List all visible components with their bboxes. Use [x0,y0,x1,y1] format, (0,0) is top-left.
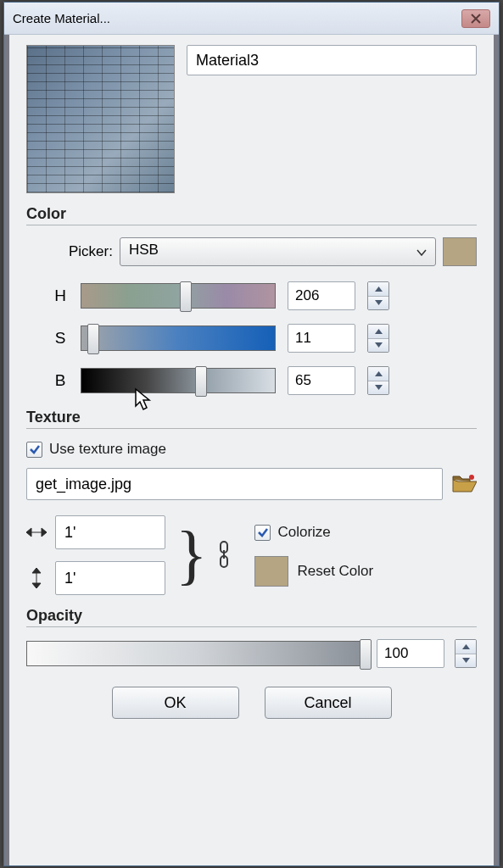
ok-button[interactable]: OK [112,687,239,719]
vertical-arrow-icon [26,568,47,588]
spin-down[interactable] [368,339,388,353]
svg-point-0 [469,475,474,480]
titlebar[interactable]: Create Material... [4,3,499,35]
brace-icon: } [176,532,207,579]
saturation-input[interactable] [288,324,355,353]
check-icon [29,443,41,455]
texture-width-input[interactable] [55,515,165,549]
texture-file-input[interactable] [26,468,443,500]
color-heading: Color [26,205,477,223]
slider-thumb[interactable] [180,281,192,312]
hue-spinner[interactable] [367,281,389,310]
cancel-button[interactable]: Cancel [265,687,392,719]
brightness-spinner[interactable] [367,366,389,395]
hue-input[interactable] [288,281,355,310]
spin-down[interactable] [368,381,388,395]
use-texture-checkbox[interactable] [26,442,42,458]
slider-thumb[interactable] [360,639,372,670]
divider [26,428,477,429]
color-swatch[interactable] [443,237,477,266]
picker-select[interactable]: HSB [120,237,436,266]
brightness-input[interactable] [288,366,355,395]
opacity-input[interactable] [377,639,444,668]
spin-up[interactable] [368,325,388,339]
colorize-label[interactable]: Colorize [277,524,330,541]
spin-down[interactable] [455,654,476,668]
divider [26,626,477,627]
brightness-slider[interactable] [81,368,276,393]
opacity-slider[interactable] [26,641,366,666]
slider-thumb[interactable] [195,366,207,397]
opacity-spinner[interactable] [455,639,477,668]
material-preview [26,45,175,193]
folder-open-icon [451,473,477,495]
picker-label: Picker: [69,243,113,260]
aspect-lock-button[interactable] [217,540,236,571]
brightness-label: B [52,371,69,390]
texture-heading: Texture [26,409,477,426]
spin-up[interactable] [368,367,388,381]
spin-up[interactable] [368,282,388,297]
saturation-slider[interactable] [81,326,276,351]
use-texture-label[interactable]: Use texture image [49,441,166,458]
chain-link-icon [217,540,231,569]
spin-up[interactable] [455,640,476,654]
saturation-spinner[interactable] [367,324,389,353]
hue-slider[interactable] [81,283,276,309]
cursor-icon [134,387,153,411]
divider [26,225,477,225]
slider-thumb[interactable] [87,324,99,354]
colorize-checkbox[interactable] [254,525,271,541]
create-material-dialog: Create Material... Color Picker: HSB H [3,2,500,866]
texture-height-input[interactable] [55,561,165,595]
window-title: Create Material... [13,11,110,25]
reset-color-swatch[interactable] [254,556,288,587]
check-icon [257,526,269,538]
chevron-down-icon [416,243,427,260]
opacity-heading: Opacity [26,607,477,625]
saturation-label: S [52,329,69,348]
browse-button[interactable] [451,473,477,495]
material-name-input[interactable] [187,45,477,75]
horizontal-arrow-icon [26,527,47,537]
close-icon [471,14,481,24]
spin-down[interactable] [368,297,388,310]
reset-color-label[interactable]: Reset Color [297,563,373,580]
close-button[interactable] [461,9,490,28]
hue-label: H [52,287,69,305]
picker-value: HSB [129,242,159,258]
